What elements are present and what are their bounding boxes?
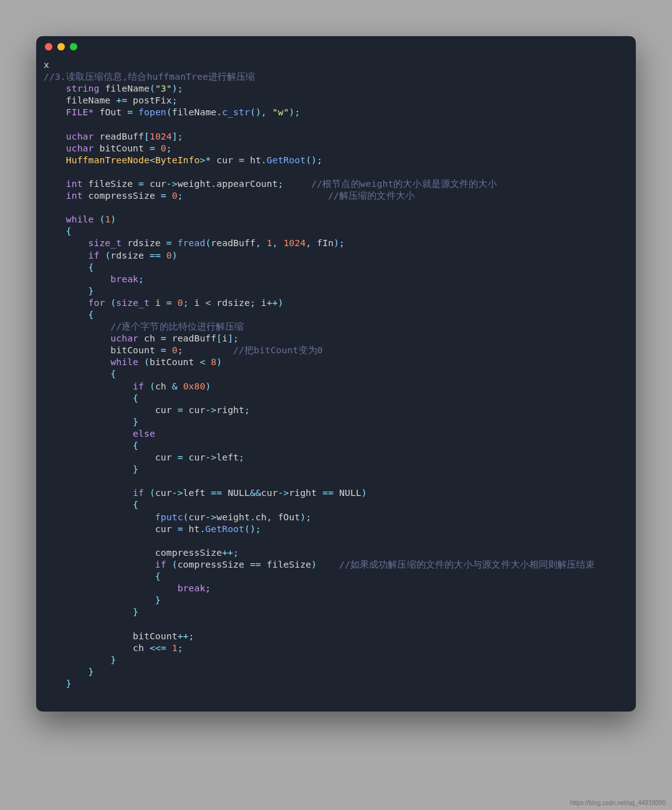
code-line: bitCount++; xyxy=(44,630,628,642)
code-line: } xyxy=(44,665,628,677)
source-url: https://blog.csdn.net/qq_44918090 xyxy=(570,799,666,806)
code-line: while (bitCount < 8) xyxy=(44,356,628,368)
code-line: { xyxy=(44,439,628,451)
code-line xyxy=(44,617,628,629)
code-line: { xyxy=(44,498,628,510)
code-block: x//3.读取压缩信息,结合huffmanTree进行解压缩 string fi… xyxy=(36,57,636,699)
code-line: break; xyxy=(44,273,628,285)
code-line: for (size_t i = 0; i < rdsize; i++) xyxy=(44,297,628,308)
close-icon[interactable] xyxy=(45,43,52,50)
code-line: if (cur->left == NULL&&cur->right == NUL… xyxy=(44,487,628,498)
code-line: fileName += postFix; xyxy=(44,94,628,106)
code-line xyxy=(44,201,628,213)
code-line: uchar readBuff[1024]; xyxy=(44,130,628,142)
code-line: uchar bitCount = 0; xyxy=(44,142,628,154)
code-line: HuffmanTreeNode<ByteInfo>* cur = ht.GetR… xyxy=(44,154,628,166)
code-line: string fileName("3"); xyxy=(44,82,628,94)
code-line: bitCount = 0; //把bitCount变为0 xyxy=(44,344,628,356)
code-line xyxy=(44,475,628,487)
code-line: uchar ch = readBuff[i]; xyxy=(44,332,628,344)
zoom-icon[interactable] xyxy=(70,43,77,50)
code-line: int fileSize = cur->weight.appearCount; … xyxy=(44,178,628,189)
titlebar xyxy=(36,36,636,57)
code-line: x xyxy=(44,59,628,70)
code-line: if (ch & 0x80) xyxy=(44,380,628,392)
code-line: { xyxy=(44,570,628,582)
code-line: } xyxy=(44,416,628,427)
code-line: cur = cur->left; xyxy=(44,451,628,463)
code-line: } xyxy=(44,677,628,689)
code-line: { xyxy=(44,225,628,237)
code-line: cur = cur->right; xyxy=(44,404,628,416)
code-line: FILE* fOut = fopen(fileName.c_str(), "w"… xyxy=(44,106,628,118)
code-line: fputc(cur->weight.ch, fOut); xyxy=(44,511,628,523)
code-line: //3.读取压缩信息,结合huffmanTree进行解压缩 xyxy=(44,70,628,82)
canvas: x//3.读取压缩信息,结合huffmanTree进行解压缩 string fi… xyxy=(0,0,672,810)
code-line: ch <<= 1; xyxy=(44,642,628,654)
code-line: cur = ht.GetRoot(); xyxy=(44,523,628,535)
code-line: { xyxy=(44,368,628,379)
code-line xyxy=(44,535,628,546)
code-line: { xyxy=(44,261,628,273)
code-line: } xyxy=(44,285,628,297)
code-line: { xyxy=(44,392,628,404)
code-line: break; xyxy=(44,582,628,594)
code-line: } xyxy=(44,594,628,606)
code-line: compressSize++; xyxy=(44,546,628,558)
code-line xyxy=(44,118,628,130)
code-line: } xyxy=(44,606,628,617)
code-line xyxy=(44,166,628,178)
code-line: else xyxy=(44,427,628,439)
code-line: int compressSize = 0; //解压缩的文件大小 xyxy=(44,189,628,201)
code-line: if (compressSize == fileSize) //如果成功解压缩的… xyxy=(44,558,628,570)
code-line: size_t rdsize = fread(readBuff, 1, 1024,… xyxy=(44,237,628,249)
minimize-icon[interactable] xyxy=(57,43,65,50)
code-line: } xyxy=(44,463,628,475)
code-line: //逐个字节的比特位进行解压缩 xyxy=(44,320,628,332)
code-line: while (1) xyxy=(44,213,628,225)
code-line: if (rdsize == 0) xyxy=(44,249,628,261)
code-line: } xyxy=(44,654,628,665)
code-window: x//3.读取压缩信息,结合huffmanTree进行解压缩 string fi… xyxy=(36,36,636,712)
code-line: { xyxy=(44,308,628,320)
